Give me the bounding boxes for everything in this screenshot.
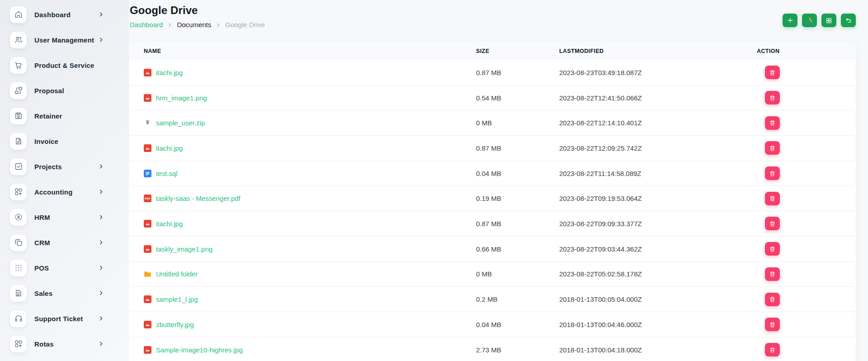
table-row: zbutterfly.jpg 0.04 MB 2018-01-13T00:04:… <box>129 312 856 337</box>
sidebar-item-accounting[interactable]: Accounting <box>0 179 129 204</box>
file-action-cell <box>757 318 856 331</box>
chevron-right-icon <box>98 37 104 43</box>
file-name-link[interactable]: Sample-image10-highres.jpg <box>156 346 243 354</box>
file-name-link[interactable]: itachi.jpg <box>156 144 183 152</box>
file-name-link[interactable]: zbutterfly.jpg <box>156 321 194 328</box>
file-name-link[interactable]: test.sql <box>156 170 178 177</box>
sidebar-item-proposal[interactable]: Proposal <box>0 78 129 103</box>
sidebar-item-crm[interactable]: CRM <box>0 230 129 255</box>
sidebar-item-product-service[interactable]: Product & Service <box>0 52 129 78</box>
image-file-icon <box>144 346 151 354</box>
delete-button[interactable] <box>765 166 780 180</box>
grid-plus-icon <box>10 336 27 352</box>
sidebar-item-sales[interactable]: Sales <box>0 280 129 306</box>
delete-button[interactable] <box>765 192 780 205</box>
sidebar-item-label: User Management <box>34 36 94 44</box>
delete-button[interactable] <box>765 343 780 356</box>
grid-plus-icon <box>10 184 27 200</box>
file-name-link[interactable]: itachi.jpg <box>156 69 183 76</box>
sidebar-item-projects[interactable]: Projects <box>0 154 129 179</box>
breadcrumb-item-documents[interactable]: Documents <box>177 21 211 29</box>
file-action-cell <box>757 192 856 205</box>
image-file-icon <box>144 94 151 102</box>
image-file-icon <box>144 295 151 303</box>
table-row: itachi.jpg 0.87 MB 2023-08-22T09:09:33.3… <box>129 211 856 237</box>
table-row: test.sql 0.04 MB 2023-08-22T11:14:58.089… <box>129 161 856 186</box>
back-button[interactable] <box>841 14 856 27</box>
file-name-link[interactable]: hrm_image1.png <box>156 94 207 102</box>
delete-button[interactable] <box>765 66 780 79</box>
sidebar-item-support-ticket[interactable]: Support Ticket <box>0 306 129 331</box>
sidebar-item-label: Projects <box>34 163 62 171</box>
file-action-cell <box>757 217 856 230</box>
sidebar-item-hrm[interactable]: HRM <box>0 204 129 230</box>
file-size: 2.73 MB <box>476 346 559 354</box>
zip-file-icon <box>144 119 151 127</box>
file-last-modified: 2023-08-22T12:14:10.401Z <box>559 119 757 127</box>
file-name-link[interactable]: itachi.jpg <box>156 220 183 228</box>
trash-icon <box>769 271 776 277</box>
file-action-cell <box>757 242 856 256</box>
sidebar-item-rotas[interactable]: Rotas <box>0 331 129 356</box>
delete-button[interactable] <box>765 217 780 230</box>
file-name-link[interactable]: taskly-saas - Messenger.pdf <box>156 195 241 202</box>
chevron-right-icon <box>98 240 104 246</box>
sidebar-nav: Dashboard User Management Product & Serv… <box>0 0 129 356</box>
chevron-right-icon <box>98 189 104 195</box>
file-last-modified: 2023-08-22T12:41:50.066Z <box>559 94 757 102</box>
back-arrow-icon <box>845 17 852 24</box>
delete-button[interactable] <box>765 267 780 281</box>
grid-view-button[interactable] <box>821 14 836 27</box>
plus-icon <box>787 17 794 24</box>
sidebar-item-label: Dashboard <box>34 11 71 19</box>
sidebar-item-retainer[interactable]: Retainer <box>0 103 129 128</box>
sidebar-item-pos[interactable]: POS <box>0 255 129 280</box>
file-size: 0.87 MB <box>476 220 559 228</box>
sidebar-item-label: Support Ticket <box>34 315 83 323</box>
file-name-link[interactable]: Untitled folder <box>156 270 198 278</box>
trash-icon <box>769 246 776 252</box>
file-action-cell <box>757 267 856 281</box>
chevron-right-icon <box>98 214 104 220</box>
delete-button[interactable] <box>765 318 780 331</box>
file-name-cell: taskly_image1.png <box>129 245 476 253</box>
sidebar-item-user-management[interactable]: User Management <box>0 27 129 52</box>
sidebar-item-invoice[interactable]: Invoice <box>0 128 129 154</box>
sidebar-item-label: Product & Service <box>34 62 94 69</box>
header-actions <box>783 14 856 27</box>
file-last-modified: 2023-08-23T03:49:18.087Z <box>559 69 757 76</box>
google-drive-button[interactable] <box>802 14 817 27</box>
chevron-right-icon <box>98 164 104 170</box>
file-last-modified: 2023-08-22T05:02:58.178Z <box>559 270 757 278</box>
column-header-size: SIZE <box>476 48 559 54</box>
file-last-modified: 2023-08-22T11:14:58.089Z <box>559 170 757 177</box>
trash-icon <box>769 170 776 177</box>
file-name-link[interactable]: taskly_image1.png <box>156 245 212 253</box>
check-square-icon <box>10 158 27 175</box>
file-last-modified: 2023-08-22T09:03:44.362Z <box>559 245 757 253</box>
table-body: itachi.jpg 0.87 MB 2023-08-23T03:49:18.0… <box>129 60 856 361</box>
delete-button[interactable] <box>765 116 780 130</box>
delete-button[interactable] <box>765 293 780 306</box>
file-name-link[interactable]: sample1_l.jpg <box>156 295 198 303</box>
file-size: 0.87 MB <box>476 69 559 76</box>
image-file-icon <box>144 245 151 253</box>
chevron-right-icon <box>216 23 221 28</box>
sidebar-item-dashboard[interactable]: Dashboard <box>0 2 129 27</box>
create-new-button[interactable] <box>783 14 797 27</box>
file-last-modified: 2023-08-22T09:19:53.064Z <box>559 195 757 202</box>
chevron-right-icon <box>98 12 104 18</box>
sidebar-item-label: Invoice <box>34 138 58 145</box>
file-action-cell <box>757 116 856 130</box>
delete-button[interactable] <box>765 141 780 155</box>
file-name-cell: PDF taskly-saas - Messenger.pdf <box>129 195 476 202</box>
file-name-cell: test.sql <box>129 170 476 177</box>
table-row: Untitled folder 0 MB 2023-08-22T05:02:58… <box>129 262 856 287</box>
file-action-cell <box>757 293 856 306</box>
delete-button[interactable] <box>765 242 780 256</box>
file-name-cell: zbutterfly.jpg <box>129 321 476 328</box>
file-name-link[interactable]: sample_user.zip <box>156 119 205 127</box>
file-size: 0.54 MB <box>476 94 559 102</box>
delete-button[interactable] <box>765 91 780 104</box>
breadcrumb-item-dashboard[interactable]: Dashboard <box>130 21 163 29</box>
